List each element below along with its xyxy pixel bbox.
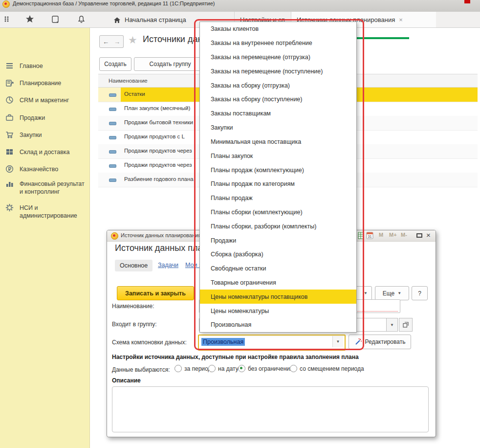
edit-button[interactable]: Редактировать — [349, 335, 411, 349]
group-label: Входит в группу: — [112, 321, 157, 328]
item-dash-icon — [109, 150, 116, 154]
dropdown-option[interactable]: Продажи — [200, 233, 356, 247]
app-window: Демонстрационная база / Управление торго… — [0, 0, 480, 448]
sidebar: Главное Планирование CRM и маркетинг Про… — [0, 28, 90, 448]
warehouse-grid-icon — [5, 148, 14, 156]
history-scroll-icon[interactable] — [51, 15, 60, 24]
window-title: Демонстрационная база / Управление торго… — [13, 0, 215, 6]
more-button[interactable]: Еще▼ — [375, 286, 409, 300]
crm-pie-icon — [5, 96, 14, 104]
dropdown-option[interactable]: Планы сборки, разборки (комплекты) — [200, 219, 356, 233]
m-button[interactable]: M — [379, 232, 383, 238]
item-dash-icon — [109, 93, 116, 97]
dropdown-option[interactable]: Свободные остатки — [200, 262, 356, 276]
settings-gear-icon — [5, 203, 14, 212]
radio-za-period[interactable]: за период — [175, 365, 211, 372]
tab-close-icon[interactable]: × — [399, 16, 403, 23]
dropdown-option[interactable]: Цены номенклатуры — [200, 304, 356, 318]
dialog-tab-main[interactable]: Основное — [115, 260, 153, 271]
name-label: Наименование: — [112, 303, 154, 310]
radio-icon — [175, 365, 182, 372]
notifications-bell-icon[interactable] — [77, 15, 86, 24]
schema-combo[interactable]: Произвольная ▼ — [198, 335, 346, 351]
dropdown-option-highlighted[interactable]: Цены номенклатуры поставщиков — [200, 290, 356, 304]
group-dropdown-arrow-icon[interactable]: ▼ — [386, 318, 398, 332]
dropdown-option[interactable]: Заказы на перемещение (поступление) — [200, 64, 356, 78]
radio-selected-icon — [238, 365, 245, 372]
schema-label: Схема компоновки данных: — [112, 339, 187, 346]
1c-dialog-icon — [111, 232, 118, 240]
dialog-close-icon[interactable]: × — [426, 231, 431, 239]
dropdown-option[interactable]: Заказы поставщикам — [200, 107, 356, 121]
create-button[interactable]: Создать — [99, 57, 131, 71]
radio-na-datu[interactable]: на дату — [208, 365, 239, 372]
radio-bez-ogranicheniya[interactable]: без ограничения — [238, 365, 293, 372]
svg-text:31: 31 — [368, 235, 372, 238]
dropdown-option[interactable]: Заказы клиентов — [200, 22, 356, 36]
dropdown-option[interactable]: Сборка (разборка) — [200, 247, 356, 262]
section-title: Настройки источника данных, доступные пр… — [112, 354, 359, 360]
menu-lines-icon — [5, 62, 14, 70]
dropdown-option[interactable]: Минимальная цена поставщика — [200, 135, 356, 149]
description-label: Описание — [112, 377, 141, 384]
dropdown-option[interactable]: Планы продаж (комплектующие) — [200, 163, 356, 177]
tab-home-label: Начальная страница — [125, 16, 186, 23]
favorites-star-icon[interactable] — [25, 15, 34, 23]
window-titlebar: Демонстрационная база / Управление торго… — [0, 0, 480, 12]
calendar-icon[interactable]: 31 — [366, 231, 373, 239]
period-label: Данные выбираются: — [112, 366, 170, 373]
item-dash-icon — [109, 122, 116, 125]
item-dash-icon — [109, 108, 116, 111]
dropdown-option[interactable]: Заказы на сборку (поступление) — [200, 92, 356, 107]
planning-icon — [5, 79, 14, 87]
m-plus-button[interactable]: M+ — [389, 232, 397, 238]
dropdown-option[interactable]: Заказы на внутреннее потребление — [200, 36, 356, 50]
help-button[interactable]: ? — [412, 286, 428, 300]
purchases-cart-icon — [5, 131, 14, 139]
back-button[interactable]: ← — [99, 35, 112, 48]
finance-bars-icon — [5, 179, 14, 188]
favorite-star-icon[interactable]: ★ — [128, 34, 137, 46]
dropdown-option[interactable]: Произвольная — [200, 318, 356, 332]
forward-button[interactable]: → — [111, 35, 124, 48]
radio-icon — [208, 365, 216, 372]
dropdown-option[interactable]: Закупки — [200, 121, 356, 135]
radio-so-smescheniem[interactable]: со смещением периода — [290, 365, 364, 372]
group-open-icon[interactable] — [399, 318, 413, 332]
item-dash-icon — [109, 164, 116, 168]
home-icon — [113, 17, 121, 24]
dropdown-option[interactable]: Планы продаж по категориям — [200, 177, 356, 191]
sales-briefcase-icon — [5, 113, 14, 122]
dropdown-option[interactable]: Планы закупок — [200, 149, 356, 163]
table-tool-icon[interactable] — [358, 232, 364, 239]
schema-dropdown-list: Заказы клиентов Заказы на внутреннее пот… — [199, 22, 357, 333]
dropdown-option[interactable]: Планы продаж — [200, 191, 356, 205]
1c-logo-icon — [2, 0, 10, 8]
schema-value: Произвольная — [201, 338, 245, 346]
dropdown-option[interactable]: Товарные ограничения — [200, 276, 356, 290]
dropdown-option[interactable]: Планы сборки (комплектующие) — [200, 205, 356, 220]
radio-icon — [290, 365, 297, 372]
treasury-ruble-icon — [5, 165, 14, 173]
close-button-sliver-icon — [464, 0, 470, 3]
item-dash-icon — [109, 179, 116, 182]
m-minus-button[interactable]: M- — [401, 232, 407, 238]
apps-grid-icon[interactable] — [4, 15, 13, 24]
item-dash-icon — [109, 136, 116, 139]
description-textarea[interactable] — [112, 386, 429, 432]
magic-wand-icon — [354, 338, 362, 346]
dropdown-option[interactable]: Заказы на сборку (отгрузка) — [200, 78, 356, 92]
create-group-button[interactable]: Создать группу — [134, 57, 206, 71]
save-and-close-button[interactable]: Записать и закрыть — [117, 286, 194, 300]
schema-dropdown-arrow-icon[interactable]: ▼ — [332, 336, 343, 347]
maximize-icon[interactable] — [416, 233, 422, 238]
dropdown-option[interactable]: Заказы на перемещение (отгрузка) — [200, 50, 356, 65]
dialog-tab-tasks[interactable]: Задачи — [158, 262, 178, 269]
